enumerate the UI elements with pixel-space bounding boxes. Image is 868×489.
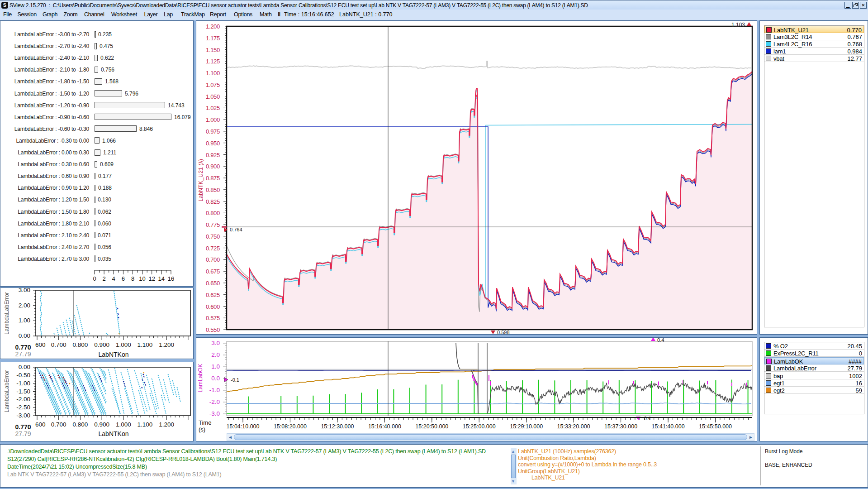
svg-text:27.79: 27.79 <box>15 430 31 437</box>
svg-text:8: 8 <box>131 275 134 282</box>
svg-text:-2.00: -2.00 <box>16 396 30 403</box>
svg-text:1.000: 1.000 <box>116 421 131 428</box>
svg-text:15:08:20.000: 15:08:20.000 <box>274 423 307 430</box>
svg-text:0: 0 <box>93 275 96 282</box>
svg-text:0.00: 0.00 <box>19 364 30 370</box>
svg-text:1.100: 1.100 <box>138 421 153 428</box>
svg-text:0.900: 0.900 <box>94 341 109 348</box>
svg-text:0.700: 0.700 <box>51 341 66 348</box>
svg-text:10: 10 <box>139 275 145 282</box>
svg-text:1.200: 1.200 <box>159 341 174 348</box>
svg-text:0.800: 0.800 <box>73 341 88 348</box>
svg-text:0.770: 0.770 <box>15 344 31 351</box>
svg-text:LambdaLabError: LambdaLabError <box>4 292 10 335</box>
svg-text:6: 6 <box>122 275 125 282</box>
svg-text:15:25:00.000: 15:25:00.000 <box>463 423 496 430</box>
svg-text:-2.50: -2.50 <box>16 404 30 411</box>
svg-text:-1.00: -1.00 <box>16 380 30 387</box>
svg-text:0.00: 0.00 <box>19 332 30 339</box>
svg-text:0.4: 0.4 <box>657 338 664 343</box>
svg-text:4: 4 <box>112 275 115 282</box>
svg-text:1.200: 1.200 <box>159 421 174 428</box>
svg-text:15:29:10.000: 15:29:10.000 <box>510 423 543 430</box>
svg-text:-3.00: -3.00 <box>16 412 30 419</box>
svg-text:-0.1: -0.1 <box>231 377 239 383</box>
svg-text:15:12:30.000: 15:12:30.000 <box>321 423 354 430</box>
svg-text:15:04:10.000: 15:04:10.000 <box>227 423 260 430</box>
svg-text:14: 14 <box>158 275 165 282</box>
svg-text:15:45:50.000: 15:45:50.000 <box>699 423 732 430</box>
svg-text:600: 600 <box>35 421 46 428</box>
svg-text:600: 600 <box>35 341 46 348</box>
svg-text:0.764: 0.764 <box>230 227 242 232</box>
svg-text:15:16:40.000: 15:16:40.000 <box>368 423 401 430</box>
svg-text:12: 12 <box>148 275 155 282</box>
svg-text:16: 16 <box>168 275 174 282</box>
svg-text:2: 2 <box>102 275 105 282</box>
svg-text:1.000: 1.000 <box>116 341 131 348</box>
svg-text:2.00: 2.00 <box>19 302 30 309</box>
svg-text:1.103: 1.103 <box>731 22 745 28</box>
svg-text:1.100: 1.100 <box>138 341 153 348</box>
svg-text:1.00: 1.00 <box>19 317 30 324</box>
svg-text:15:41:40.000: 15:41:40.000 <box>652 423 685 430</box>
svg-text:27.79: 27.79 <box>15 350 31 358</box>
svg-text:LabNTKon: LabNTKon <box>99 430 129 437</box>
svg-text:15:20:50.000: 15:20:50.000 <box>415 423 448 430</box>
svg-text:0.598: 0.598 <box>497 330 510 335</box>
svg-text:15:37:30.000: 15:37:30.000 <box>604 423 637 430</box>
svg-text:15:33:20.000: 15:33:20.000 <box>557 423 590 430</box>
svg-text:0.700: 0.700 <box>51 421 66 428</box>
svg-text:0.900: 0.900 <box>94 421 109 428</box>
svg-text:LambdaLabError: LambdaLabError <box>4 370 10 412</box>
svg-text:0.800: 0.800 <box>73 421 88 428</box>
svg-text:LabNTKon: LabNTKon <box>99 351 129 358</box>
svg-text:3.00: 3.00 <box>19 288 30 293</box>
svg-text:-0.4: -0.4 <box>642 416 651 421</box>
svg-text:-1.50: -1.50 <box>16 388 30 395</box>
svg-text:0.770: 0.770 <box>15 423 31 431</box>
svg-text:-0.50: -0.50 <box>16 372 30 379</box>
